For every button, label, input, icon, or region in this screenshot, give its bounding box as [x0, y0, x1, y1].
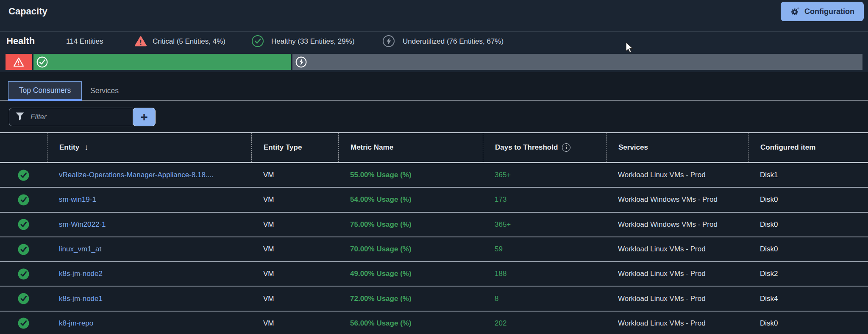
- tab-top-consumers-label: Top Consumers: [19, 86, 71, 95]
- critical-warning-icon: [135, 36, 147, 47]
- critical-legend-label: Critical (5 Entities, 4%): [153, 37, 225, 46]
- metric-name-cell: 56.00% Usage (%): [338, 319, 483, 328]
- tabs-divider: [0, 100, 868, 101]
- services-cell: Workload Windows VMs - Prod: [606, 220, 748, 229]
- row-status-healthy-icon: [0, 170, 47, 181]
- services-cell: Workload Linux VMs - Prod: [606, 245, 748, 253]
- services-cell: Workload Linux VMs - Prod: [606, 270, 748, 278]
- entity-cell: vRealize-Operations-Manager-Appliance-8.…: [47, 171, 251, 179]
- row-status-healthy-icon: [0, 317, 47, 329]
- underutilized-bolt-icon: [383, 35, 395, 47]
- configured-item-column-label: Configured item: [760, 143, 815, 152]
- configured-item-cell: Disk4: [748, 295, 868, 303]
- entity-link[interactable]: k8-jm-repo: [59, 319, 93, 327]
- table-row[interactable]: vRealize-Operations-Manager-Appliance-8.…: [0, 163, 868, 188]
- tab-services-label: Services: [90, 86, 119, 95]
- entity-type-cell: VM: [251, 195, 338, 204]
- row-status-healthy-icon: [0, 194, 47, 206]
- health-bar-healthy-segment[interactable]: [33, 54, 292, 70]
- underutilized-legend-label: Underutilized (76 Entities, 67%): [403, 37, 504, 46]
- services-cell: Workload Linux VMs - Prod: [606, 295, 748, 303]
- health-bar[interactable]: [6, 54, 862, 70]
- filter-input[interactable]: [31, 113, 115, 121]
- services-cell: Workload Windows VMs - Prod: [606, 195, 748, 204]
- entity-type-column-label: Entity Type: [264, 143, 302, 152]
- table-row[interactable]: k8-jm-repoVM56.00% Usage (%)202Workload …: [0, 312, 868, 334]
- entity-cell: k8s-jm-node1: [47, 295, 251, 303]
- row-status-healthy-icon: [0, 268, 47, 280]
- entity-type-cell: VM: [251, 245, 338, 253]
- entity-link[interactable]: k8s-jm-node2: [59, 270, 103, 278]
- entity-cell: k8s-jm-node2: [47, 270, 251, 278]
- metric-name-cell: 54.00% Usage (%): [338, 195, 483, 204]
- row-status-healthy-icon: [0, 293, 47, 304]
- entity-cell: k8-jm-repo: [47, 319, 251, 328]
- add-filter-button[interactable]: +: [133, 108, 156, 126]
- days-to-threshold-cell: 188: [483, 270, 606, 278]
- configured-item-cell: Disk2: [748, 270, 868, 278]
- days-to-threshold-cell: 365+: [483, 220, 606, 229]
- entity-cell: sm-win19-1: [47, 195, 251, 204]
- entity-type-cell: VM: [251, 270, 338, 278]
- table-row[interactable]: sm-Win2022-1VM75.00% Usage (%)365+Worklo…: [0, 213, 868, 237]
- top-consumers-table: Entity ↓ Entity Type Metric Name Days to…: [0, 132, 868, 334]
- configuration-label: Configuration: [804, 7, 854, 16]
- configured-item-column-header[interactable]: Configured item: [748, 133, 868, 162]
- health-bar-critical-segment[interactable]: [6, 54, 32, 70]
- metric-name-cell: 72.00% Usage (%): [338, 295, 483, 303]
- metric-name-column-label: Metric Name: [351, 143, 393, 152]
- entity-cell: sm-Win2022-1: [47, 220, 251, 229]
- configuration-button[interactable]: Configuration: [781, 2, 864, 21]
- configured-item-cell: Disk0: [748, 220, 868, 229]
- table-row[interactable]: sm-win19-1VM54.00% Usage (%)173Workload …: [0, 188, 868, 212]
- configured-item-cell: Disk0: [748, 195, 868, 204]
- filter-funnel-icon: [15, 111, 25, 122]
- entity-column-header[interactable]: Entity ↓: [47, 133, 251, 162]
- days-to-threshold-cell: 173: [483, 195, 606, 204]
- healthy-legend-label: Healthy (33 Entities, 29%): [271, 37, 355, 46]
- warning-triangle-icon: [13, 57, 24, 67]
- sort-descending-icon[interactable]: ↓: [84, 143, 89, 152]
- metric-name-cell: 55.00% Usage (%): [338, 171, 483, 179]
- metric-name-cell: 49.00% Usage (%): [338, 270, 483, 278]
- days-to-threshold-column-header[interactable]: Days to Threshold i: [483, 133, 606, 162]
- entity-link[interactable]: sm-win19-1: [59, 195, 96, 203]
- health-title: Health: [6, 36, 35, 47]
- entity-link[interactable]: k8s-jm-node1: [59, 295, 103, 303]
- days-to-threshold-cell: 365+: [483, 171, 606, 179]
- entity-type-cell: VM: [251, 295, 338, 303]
- metric-name-column-header[interactable]: Metric Name: [338, 133, 483, 162]
- page-title: Capacity: [8, 6, 47, 17]
- entity-type-column-header[interactable]: Entity Type: [251, 133, 338, 162]
- health-bar-underutilized-segment[interactable]: [292, 54, 862, 70]
- metric-name-cell: 70.00% Usage (%): [338, 245, 483, 253]
- table-row[interactable]: linux_vm1_atVM70.00% Usage (%)59Workload…: [0, 237, 868, 262]
- table-row[interactable]: k8s-jm-node2VM49.00% Usage (%)188Workloa…: [0, 262, 868, 287]
- table-header-row: Entity ↓ Entity Type Metric Name Days to…: [0, 132, 868, 163]
- status-column-header: [0, 133, 47, 162]
- circle-check-icon: [36, 56, 48, 68]
- tab-top-consumers[interactable]: Top Consumers: [8, 81, 82, 101]
- tab-services[interactable]: Services: [87, 81, 122, 100]
- table-row[interactable]: k8s-jm-node1VM72.00% Usage (%)8Workload …: [0, 287, 868, 311]
- row-status-healthy-icon: [0, 244, 47, 255]
- entity-count: 114 Entities: [66, 37, 103, 46]
- services-cell: Workload Linux VMs - Prod: [606, 171, 748, 179]
- row-status-healthy-icon: [0, 219, 47, 230]
- info-icon[interactable]: i: [562, 143, 570, 152]
- days-to-threshold-cell: 202: [483, 319, 606, 328]
- metric-name-cell: 75.00% Usage (%): [338, 220, 483, 229]
- entity-type-cell: VM: [251, 319, 338, 328]
- services-column-header[interactable]: Services: [606, 133, 748, 162]
- configured-item-cell: Disk0: [748, 319, 868, 328]
- services-column-label: Services: [618, 143, 648, 152]
- entity-link[interactable]: sm-Win2022-1: [59, 220, 106, 228]
- entity-column-label: Entity: [59, 143, 79, 152]
- configured-item-cell: Disk1: [748, 171, 868, 179]
- days-to-threshold-cell: 59: [483, 245, 606, 253]
- entity-type-cell: VM: [251, 171, 338, 179]
- table-body: vRealize-Operations-Manager-Appliance-8.…: [0, 163, 868, 334]
- entity-link[interactable]: linux_vm1_at: [59, 245, 101, 253]
- filter-container: [9, 108, 133, 126]
- entity-link[interactable]: vRealize-Operations-Manager-Appliance-8.…: [59, 171, 214, 179]
